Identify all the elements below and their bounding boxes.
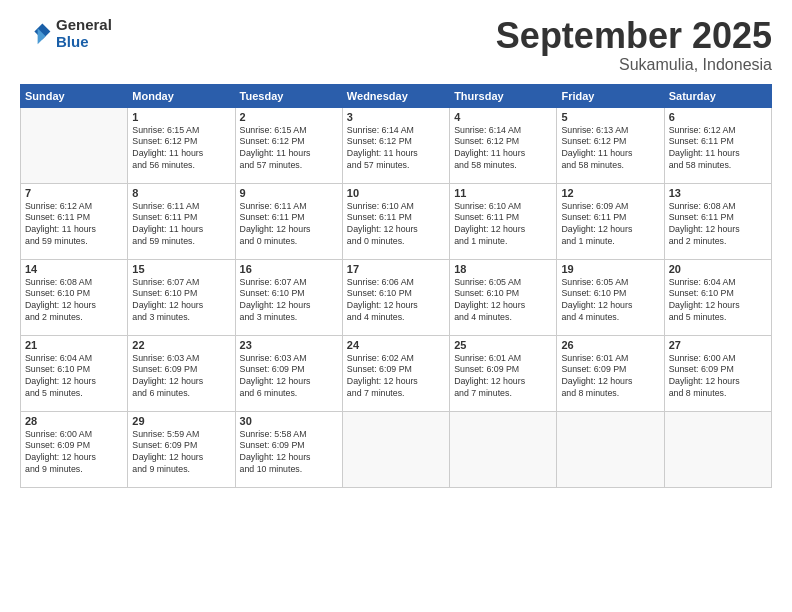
cell-info: Sunrise: 6:00 AMSunset: 6:09 PMDaylight:… [669, 353, 767, 401]
calendar-cell: 11Sunrise: 6:10 AMSunset: 6:11 PMDayligh… [450, 183, 557, 259]
cell-info: Sunrise: 6:14 AMSunset: 6:12 PMDaylight:… [347, 125, 445, 173]
logo: General Blue [20, 16, 112, 50]
cell-info: Sunrise: 6:00 AMSunset: 6:09 PMDaylight:… [25, 429, 123, 477]
cell-info: Sunrise: 6:11 AMSunset: 6:11 PMDaylight:… [240, 201, 338, 249]
cell-info: Sunrise: 6:02 AMSunset: 6:09 PMDaylight:… [347, 353, 445, 401]
calendar-cell: 13Sunrise: 6:08 AMSunset: 6:11 PMDayligh… [664, 183, 771, 259]
week-row-4: 28Sunrise: 6:00 AMSunset: 6:09 PMDayligh… [21, 411, 772, 487]
week-row-0: 1Sunrise: 6:15 AMSunset: 6:12 PMDaylight… [21, 107, 772, 183]
header-cell-monday: Monday [128, 84, 235, 107]
calendar-cell: 3Sunrise: 6:14 AMSunset: 6:12 PMDaylight… [342, 107, 449, 183]
calendar-cell: 29Sunrise: 5:59 AMSunset: 6:09 PMDayligh… [128, 411, 235, 487]
calendar-cell: 4Sunrise: 6:14 AMSunset: 6:12 PMDaylight… [450, 107, 557, 183]
day-number: 5 [561, 111, 659, 123]
cell-info: Sunrise: 6:11 AMSunset: 6:11 PMDaylight:… [132, 201, 230, 249]
header-cell-tuesday: Tuesday [235, 84, 342, 107]
cell-info: Sunrise: 6:09 AMSunset: 6:11 PMDaylight:… [561, 201, 659, 249]
calendar-cell: 16Sunrise: 6:07 AMSunset: 6:10 PMDayligh… [235, 259, 342, 335]
cell-info: Sunrise: 6:06 AMSunset: 6:10 PMDaylight:… [347, 277, 445, 325]
day-number: 21 [25, 339, 123, 351]
day-number: 7 [25, 187, 123, 199]
day-number: 28 [25, 415, 123, 427]
cell-info: Sunrise: 6:12 AMSunset: 6:11 PMDaylight:… [669, 125, 767, 173]
calendar-cell: 6Sunrise: 6:12 AMSunset: 6:11 PMDaylight… [664, 107, 771, 183]
calendar-cell: 17Sunrise: 6:06 AMSunset: 6:10 PMDayligh… [342, 259, 449, 335]
calendar-cell: 25Sunrise: 6:01 AMSunset: 6:09 PMDayligh… [450, 335, 557, 411]
day-number: 4 [454, 111, 552, 123]
cell-info: Sunrise: 6:10 AMSunset: 6:11 PMDaylight:… [454, 201, 552, 249]
day-number: 12 [561, 187, 659, 199]
cell-info: Sunrise: 5:59 AMSunset: 6:09 PMDaylight:… [132, 429, 230, 477]
day-number: 3 [347, 111, 445, 123]
day-number: 1 [132, 111, 230, 123]
calendar-cell: 19Sunrise: 6:05 AMSunset: 6:10 PMDayligh… [557, 259, 664, 335]
day-number: 10 [347, 187, 445, 199]
day-number: 2 [240, 111, 338, 123]
calendar-cell: 7Sunrise: 6:12 AMSunset: 6:11 PMDaylight… [21, 183, 128, 259]
day-number: 25 [454, 339, 552, 351]
cell-info: Sunrise: 6:15 AMSunset: 6:12 PMDaylight:… [240, 125, 338, 173]
day-number: 18 [454, 263, 552, 275]
header-cell-wednesday: Wednesday [342, 84, 449, 107]
day-number: 14 [25, 263, 123, 275]
calendar-table: SundayMondayTuesdayWednesdayThursdayFrid… [20, 84, 772, 488]
calendar-cell [342, 411, 449, 487]
header: General Blue September 2025 Sukamulia, I… [20, 16, 772, 74]
logo-text: General Blue [56, 16, 112, 50]
calendar-cell: 21Sunrise: 6:04 AMSunset: 6:10 PMDayligh… [21, 335, 128, 411]
calendar-cell: 26Sunrise: 6:01 AMSunset: 6:09 PMDayligh… [557, 335, 664, 411]
day-number: 19 [561, 263, 659, 275]
calendar-cell: 18Sunrise: 6:05 AMSunset: 6:10 PMDayligh… [450, 259, 557, 335]
calendar-cell: 5Sunrise: 6:13 AMSunset: 6:12 PMDaylight… [557, 107, 664, 183]
calendar-cell: 8Sunrise: 6:11 AMSunset: 6:11 PMDaylight… [128, 183, 235, 259]
calendar-cell: 20Sunrise: 6:04 AMSunset: 6:10 PMDayligh… [664, 259, 771, 335]
cell-info: Sunrise: 6:07 AMSunset: 6:10 PMDaylight:… [240, 277, 338, 325]
calendar-cell [450, 411, 557, 487]
day-number: 22 [132, 339, 230, 351]
day-number: 13 [669, 187, 767, 199]
calendar-cell [21, 107, 128, 183]
calendar-cell [664, 411, 771, 487]
title-area: September 2025 Sukamulia, Indonesia [496, 16, 772, 74]
day-number: 27 [669, 339, 767, 351]
calendar-cell: 14Sunrise: 6:08 AMSunset: 6:10 PMDayligh… [21, 259, 128, 335]
calendar-cell: 1Sunrise: 6:15 AMSunset: 6:12 PMDaylight… [128, 107, 235, 183]
cell-info: Sunrise: 6:05 AMSunset: 6:10 PMDaylight:… [561, 277, 659, 325]
day-number: 26 [561, 339, 659, 351]
calendar-cell: 23Sunrise: 6:03 AMSunset: 6:09 PMDayligh… [235, 335, 342, 411]
page: General Blue September 2025 Sukamulia, I… [0, 0, 792, 612]
calendar-cell: 9Sunrise: 6:11 AMSunset: 6:11 PMDaylight… [235, 183, 342, 259]
calendar-cell: 30Sunrise: 5:58 AMSunset: 6:09 PMDayligh… [235, 411, 342, 487]
month-title: September 2025 [496, 16, 772, 56]
day-number: 16 [240, 263, 338, 275]
header-row: SundayMondayTuesdayWednesdayThursdayFrid… [21, 84, 772, 107]
calendar-cell: 2Sunrise: 6:15 AMSunset: 6:12 PMDaylight… [235, 107, 342, 183]
header-cell-thursday: Thursday [450, 84, 557, 107]
cell-info: Sunrise: 6:14 AMSunset: 6:12 PMDaylight:… [454, 125, 552, 173]
day-number: 23 [240, 339, 338, 351]
day-number: 15 [132, 263, 230, 275]
header-cell-sunday: Sunday [21, 84, 128, 107]
cell-info: Sunrise: 6:10 AMSunset: 6:11 PMDaylight:… [347, 201, 445, 249]
calendar-cell: 12Sunrise: 6:09 AMSunset: 6:11 PMDayligh… [557, 183, 664, 259]
day-number: 17 [347, 263, 445, 275]
cell-info: Sunrise: 6:03 AMSunset: 6:09 PMDaylight:… [132, 353, 230, 401]
day-number: 8 [132, 187, 230, 199]
cell-info: Sunrise: 6:15 AMSunset: 6:12 PMDaylight:… [132, 125, 230, 173]
cell-info: Sunrise: 6:05 AMSunset: 6:10 PMDaylight:… [454, 277, 552, 325]
header-cell-friday: Friday [557, 84, 664, 107]
week-row-3: 21Sunrise: 6:04 AMSunset: 6:10 PMDayligh… [21, 335, 772, 411]
day-number: 20 [669, 263, 767, 275]
cell-info: Sunrise: 6:12 AMSunset: 6:11 PMDaylight:… [25, 201, 123, 249]
calendar-cell: 22Sunrise: 6:03 AMSunset: 6:09 PMDayligh… [128, 335, 235, 411]
cell-info: Sunrise: 6:13 AMSunset: 6:12 PMDaylight:… [561, 125, 659, 173]
cell-info: Sunrise: 6:04 AMSunset: 6:10 PMDaylight:… [25, 353, 123, 401]
cell-info: Sunrise: 6:04 AMSunset: 6:10 PMDaylight:… [669, 277, 767, 325]
cell-info: Sunrise: 6:07 AMSunset: 6:10 PMDaylight:… [132, 277, 230, 325]
cell-info: Sunrise: 6:01 AMSunset: 6:09 PMDaylight:… [454, 353, 552, 401]
day-number: 29 [132, 415, 230, 427]
cell-info: Sunrise: 6:01 AMSunset: 6:09 PMDaylight:… [561, 353, 659, 401]
cell-info: Sunrise: 5:58 AMSunset: 6:09 PMDaylight:… [240, 429, 338, 477]
day-number: 24 [347, 339, 445, 351]
cell-info: Sunrise: 6:03 AMSunset: 6:09 PMDaylight:… [240, 353, 338, 401]
